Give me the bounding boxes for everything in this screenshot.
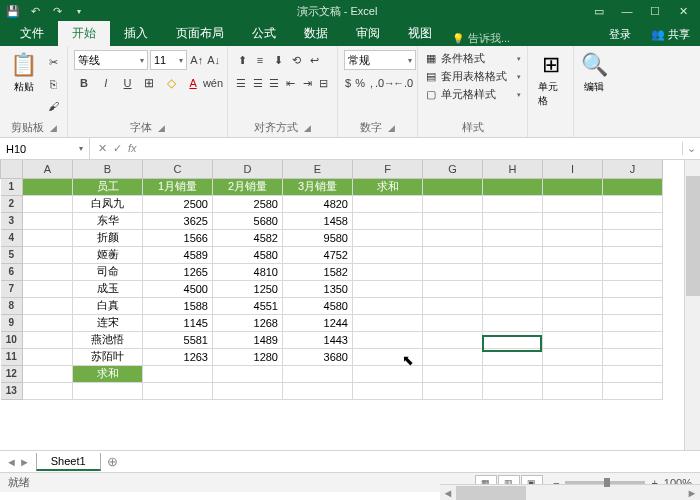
tab-layout[interactable]: 页面布局 (162, 21, 238, 46)
tab-view[interactable]: 视图 (394, 21, 446, 46)
cell[interactable] (23, 280, 73, 297)
col-header[interactable]: B (73, 160, 143, 178)
cell[interactable]: 2500 (143, 195, 213, 212)
paste-button[interactable]: 📋 粘贴 (6, 50, 41, 118)
sheet-nav-next-icon[interactable]: ► (19, 456, 30, 468)
cell[interactable] (353, 365, 423, 382)
cell[interactable] (143, 365, 213, 382)
cell[interactable] (483, 297, 543, 314)
cancel-formula-icon[interactable]: ✕ (98, 142, 107, 155)
cell[interactable] (543, 297, 603, 314)
cell[interactable] (483, 212, 543, 229)
share-button[interactable]: 👥共享 (641, 23, 700, 46)
cell[interactable]: 4580 (213, 246, 283, 263)
cell[interactable] (423, 229, 483, 246)
cell[interactable] (423, 348, 483, 365)
cell[interactable] (543, 229, 603, 246)
enter-formula-icon[interactable]: ✓ (113, 142, 122, 155)
cell-styles-button[interactable]: ▢单元格样式▾ (424, 86, 521, 103)
cell[interactable] (423, 263, 483, 280)
cell[interactable] (603, 195, 663, 212)
wrap-text-icon[interactable]: ↩ (306, 50, 322, 70)
col-header[interactable]: F (353, 160, 423, 178)
cell[interactable] (543, 263, 603, 280)
row-header[interactable]: 11 (1, 348, 23, 365)
col-header[interactable]: D (213, 160, 283, 178)
number-format-select[interactable]: 常规▾ (344, 50, 416, 70)
cell[interactable]: 司命 (73, 263, 143, 280)
cell[interactable] (603, 382, 663, 399)
cell[interactable]: 1265 (143, 263, 213, 280)
cell[interactable]: 1268 (213, 314, 283, 331)
cell[interactable]: 1250 (213, 280, 283, 297)
cell[interactable]: 1280 (213, 348, 283, 365)
bold-button[interactable]: B (74, 73, 94, 93)
cell[interactable] (483, 314, 543, 331)
ribbon-options-icon[interactable]: ▭ (586, 2, 612, 20)
row-header[interactable]: 6 (1, 263, 23, 280)
cell[interactable] (423, 365, 483, 382)
percent-icon[interactable]: % (354, 73, 366, 93)
font-color-button[interactable]: A (183, 73, 203, 93)
font-size-select[interactable]: 11▾ (150, 50, 187, 70)
cell[interactable] (483, 382, 543, 399)
cell[interactable] (23, 212, 73, 229)
cell[interactable]: 苏陌叶 (73, 348, 143, 365)
cell[interactable] (423, 178, 483, 195)
align-top-icon[interactable]: ⬆ (234, 50, 250, 70)
cell[interactable]: 4580 (283, 297, 353, 314)
cell[interactable] (543, 280, 603, 297)
cell[interactable] (23, 331, 73, 348)
cell[interactable]: 1582 (283, 263, 353, 280)
row-header[interactable]: 7 (1, 280, 23, 297)
minimize-icon[interactable]: — (614, 2, 640, 20)
cell[interactable]: 东华 (73, 212, 143, 229)
cell[interactable] (423, 280, 483, 297)
cell[interactable] (483, 178, 543, 195)
cell[interactable] (353, 382, 423, 399)
scroll-left-icon[interactable]: ◄ (440, 487, 456, 499)
cell[interactable]: 4589 (143, 246, 213, 263)
cell[interactable] (353, 263, 423, 280)
horizontal-scrollbar[interactable]: ◄ ► (440, 484, 700, 500)
row-header[interactable]: 5 (1, 246, 23, 263)
cell[interactable] (603, 280, 663, 297)
cell[interactable]: 3月销量 (283, 178, 353, 195)
tab-home[interactable]: 开始 (58, 21, 110, 46)
cell[interactable] (543, 195, 603, 212)
shrink-font-icon[interactable]: A↓ (206, 50, 221, 70)
expand-formula-icon[interactable]: ⌄ (682, 142, 700, 155)
cell[interactable] (483, 348, 543, 365)
cell[interactable] (353, 195, 423, 212)
select-all[interactable] (1, 160, 23, 178)
cell[interactable]: 燕池悟 (73, 331, 143, 348)
align-right-icon[interactable]: ☰ (267, 73, 282, 93)
cell[interactable] (213, 382, 283, 399)
fill-color-button[interactable]: ◇ (161, 73, 181, 93)
cell[interactable] (23, 263, 73, 280)
col-header[interactable]: A (23, 160, 73, 178)
cell[interactable] (353, 331, 423, 348)
indent-dec-icon[interactable]: ⇤ (284, 73, 299, 93)
cell[interactable]: 1145 (143, 314, 213, 331)
cell[interactable] (423, 382, 483, 399)
cell[interactable] (423, 212, 483, 229)
dec-decimal-icon[interactable]: ←.0 (395, 73, 411, 93)
cell[interactable]: 2580 (213, 195, 283, 212)
cell[interactable] (23, 246, 73, 263)
cell[interactable] (23, 297, 73, 314)
cell[interactable] (73, 382, 143, 399)
cell[interactable]: 1566 (143, 229, 213, 246)
cell[interactable]: 4500 (143, 280, 213, 297)
cell[interactable]: 1月销量 (143, 178, 213, 195)
row-header[interactable]: 1 (1, 178, 23, 195)
align-bottom-icon[interactable]: ⬇ (270, 50, 286, 70)
cell[interactable]: 姬蘅 (73, 246, 143, 263)
scroll-right-icon[interactable]: ► (684, 487, 700, 499)
row-header[interactable]: 2 (1, 195, 23, 212)
col-header[interactable]: G (423, 160, 483, 178)
cell[interactable] (603, 178, 663, 195)
tab-data[interactable]: 数据 (290, 21, 342, 46)
cell[interactable] (423, 195, 483, 212)
vertical-scrollbar[interactable] (684, 160, 700, 450)
